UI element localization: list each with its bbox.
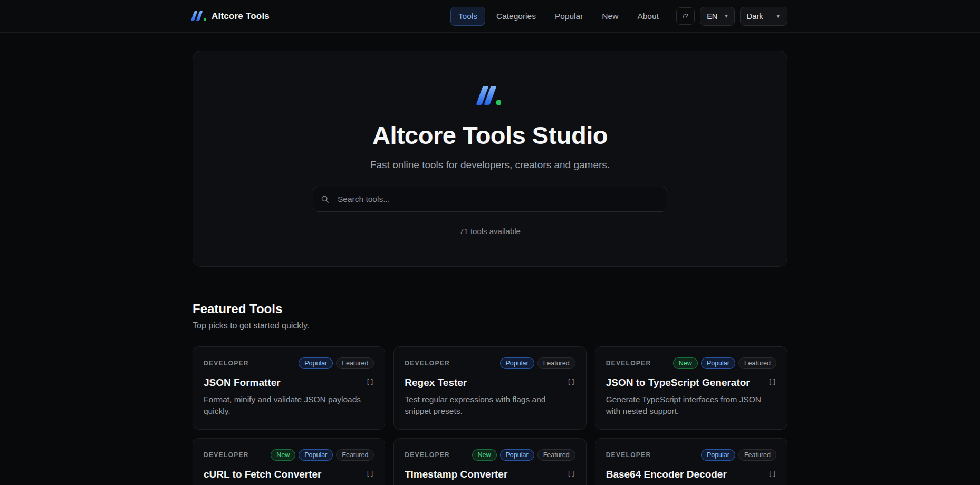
chevron-down-icon: ▾	[776, 13, 780, 20]
language-select-value: EN	[707, 12, 717, 21]
nav-controls: /? EN ▾ Dark ▾	[676, 7, 787, 26]
badge-popular: Popular	[299, 357, 333, 369]
card-category: DEVELOPER	[405, 360, 450, 367]
card-description: Generate TypeScript interfaces from JSON…	[606, 394, 764, 418]
badge-popular: Popular	[701, 449, 735, 461]
nav-item-popular[interactable]: Popular	[547, 7, 591, 26]
card-badges: New Popular Featured	[271, 449, 374, 461]
card-title: Timestamp Converter	[405, 469, 507, 480]
badge-popular: Popular	[500, 449, 534, 461]
navbar: Altcore Tools Tools Categories Popular N…	[0, 0, 980, 33]
card-title: cURL to Fetch Converter	[204, 469, 321, 480]
tool-card-timestamp-converter[interactable]: DEVELOPER New Popular Featured Timestamp…	[393, 438, 586, 485]
nav-item-new[interactable]: New	[594, 7, 626, 26]
badge-featured: Featured	[336, 357, 374, 369]
brand[interactable]: Altcore Tools	[193, 11, 270, 22]
language-select[interactable]: EN ▾	[700, 7, 735, 26]
badge-featured: Featured	[738, 449, 776, 461]
featured-subheading: Top picks to get started quickly.	[193, 321, 787, 331]
badge-new: New	[673, 357, 698, 369]
badge-featured: Featured	[537, 357, 575, 369]
badge-featured: Featured	[336, 449, 374, 461]
card-badges: Popular Featured	[701, 449, 776, 461]
brackets-icon: []	[567, 470, 575, 478]
nav-item-categories[interactable]: Categories	[488, 7, 544, 26]
card-category: DEVELOPER	[606, 451, 651, 459]
brackets-icon: []	[768, 470, 776, 478]
brackets-icon: []	[567, 378, 575, 386]
page-subtitle: Fast online tools for developers, creato…	[206, 159, 774, 171]
card-title: JSON to TypeScript Generator	[606, 377, 750, 389]
badge-featured: Featured	[738, 357, 776, 369]
brand-name: Altcore Tools	[212, 11, 270, 22]
brand-logo-icon	[193, 11, 206, 21]
keyboard-shortcut-button[interactable]: /?	[676, 7, 695, 25]
badge-popular: Popular	[500, 357, 534, 369]
theme-select[interactable]: Dark ▾	[740, 7, 787, 26]
badge-new: New	[472, 449, 497, 461]
chevron-down-icon: ▾	[725, 13, 728, 20]
card-category: DEVELOPER	[405, 451, 450, 459]
hero-card: Altcore Tools Studio Fast online tools f…	[193, 51, 787, 267]
card-description: Format, minify and validate JSON payload…	[204, 394, 362, 418]
hero-logo-icon	[479, 86, 501, 105]
badge-featured: Featured	[537, 449, 575, 461]
card-description: Test regular expressions with flags and …	[405, 394, 563, 418]
card-title: Regex Tester	[405, 377, 467, 389]
featured-grid: DEVELOPER Popular Featured JSON Formatte…	[193, 346, 787, 485]
tool-card-json-formatter[interactable]: DEVELOPER Popular Featured JSON Formatte…	[193, 346, 385, 430]
theme-select-value: Dark	[747, 12, 763, 21]
tools-count: 71 tools available	[206, 227, 774, 236]
tool-card-base64-encoder[interactable]: DEVELOPER Popular Featured Base64 Encode…	[595, 438, 787, 485]
search-input[interactable]	[313, 187, 667, 212]
tool-card-json-to-typescript[interactable]: DEVELOPER New Popular Featured JSON to T…	[595, 346, 787, 430]
badge-new: New	[271, 449, 295, 461]
brackets-icon: []	[768, 378, 776, 386]
nav-links: Tools Categories Popular New About	[450, 7, 667, 26]
featured-heading: Featured Tools	[193, 302, 787, 316]
card-badges: New Popular Featured	[673, 357, 776, 369]
card-category: DEVELOPER	[204, 451, 249, 459]
card-category: DEVELOPER	[606, 360, 651, 367]
card-badges: Popular Featured	[299, 357, 374, 369]
main-content: Altcore Tools Studio Fast online tools f…	[193, 51, 787, 485]
brackets-icon: []	[366, 470, 374, 478]
badge-popular: Popular	[299, 449, 333, 461]
search-bar	[313, 187, 667, 212]
card-category: DEVELOPER	[204, 360, 249, 367]
page-title: Altcore Tools Studio	[206, 121, 774, 150]
search-icon	[321, 195, 330, 204]
card-title: Base64 Encoder Decoder	[606, 469, 727, 480]
brackets-icon: []	[366, 378, 374, 386]
card-title: JSON Formatter	[204, 377, 281, 389]
nav-item-tools[interactable]: Tools	[450, 7, 485, 26]
card-badges: Popular Featured	[500, 357, 575, 369]
tool-card-curl-to-fetch[interactable]: DEVELOPER New Popular Featured cURL to F…	[193, 438, 385, 485]
tool-card-regex-tester[interactable]: DEVELOPER Popular Featured Regex Tester …	[393, 346, 586, 430]
nav-item-about[interactable]: About	[629, 7, 667, 26]
card-badges: New Popular Featured	[472, 449, 575, 461]
badge-popular: Popular	[701, 357, 735, 369]
